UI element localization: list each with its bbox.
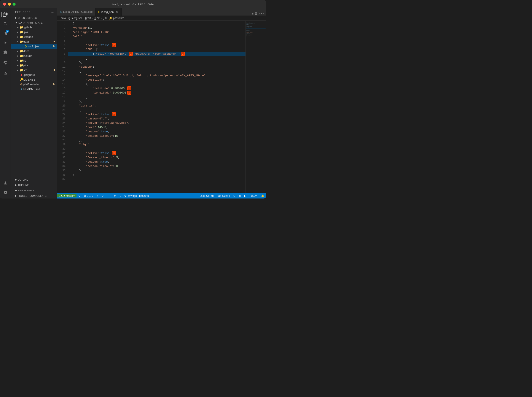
extensions-icon[interactable] bbox=[1, 48, 10, 56]
tab-bar-actions[interactable]: ⊞ ☰ ··· bbox=[251, 12, 264, 16]
breadcrumb-data[interactable]: data bbox=[61, 17, 66, 20]
status-home[interactable]: ⌂ bbox=[95, 194, 100, 198]
status-line-ending[interactable]: LF bbox=[243, 194, 249, 198]
status-download[interactable]: ↓ bbox=[118, 194, 123, 198]
run-icon[interactable] bbox=[1, 38, 10, 47]
more-options-icon[interactable]: ··· bbox=[51, 10, 55, 14]
rss-icon[interactable] bbox=[1, 69, 10, 77]
tree-item-label: data bbox=[23, 40, 54, 43]
settings-icon[interactable] bbox=[1, 188, 10, 197]
status-trash[interactable]: 🗑 bbox=[112, 194, 118, 198]
annotation-badge-2: 2 bbox=[112, 43, 116, 47]
split-editor-icon[interactable]: ⊞ bbox=[251, 12, 253, 16]
sync-icon: ↻ bbox=[78, 194, 80, 198]
sidebar-section-open-editors[interactable]: ▶ OPEN EDITORS bbox=[11, 15, 57, 20]
explorer-icon[interactable] bbox=[1, 10, 10, 19]
code-line: { bbox=[68, 82, 245, 87]
tree-item-pio[interactable]: ▶ 📁 .pio bbox=[11, 30, 57, 34]
tree-item-readme[interactable]: ℹ README.md bbox=[11, 87, 57, 91]
tree-item-src[interactable]: ▶ 📁 src bbox=[11, 68, 57, 72]
check-icon: ✓ bbox=[102, 194, 104, 198]
sidebar-section-outline[interactable]: ▶ OUTLINE bbox=[11, 177, 57, 182]
sidebar-section-timeline[interactable]: ▶ TIMELINE bbox=[11, 182, 57, 188]
source-control-icon[interactable]: 4 bbox=[1, 29, 10, 37]
tree-item-github[interactable]: ▶ 📁 .github bbox=[11, 25, 57, 30]
breadcrumb-ap[interactable]: [ ] AP bbox=[94, 17, 100, 20]
tree-item-is-cfg-json[interactable]: {} is-cfg.json M bbox=[11, 44, 57, 49]
code-line: "version":1, bbox=[68, 26, 245, 30]
tree-item-vscode[interactable]: ▶ 📁 .vscode bbox=[11, 34, 57, 39]
breadcrumb-password[interactable]: 🔑 password bbox=[109, 17, 124, 20]
tree-item-license[interactable]: 🔑 LICENSE bbox=[11, 77, 57, 82]
info-file-icon: ℹ bbox=[19, 87, 23, 91]
code-line: "beacon_timeout":30 bbox=[68, 164, 245, 168]
sidebar-header: EXPLORER ··· bbox=[11, 8, 57, 15]
tab-lora-cpp[interactable]: ◇ LoRa_APRS_iGate.cpp bbox=[57, 8, 95, 16]
collapse-icon: ▶ bbox=[16, 35, 19, 38]
code-line: "forward_timeout":5, bbox=[68, 155, 245, 160]
minimize-button[interactable] bbox=[8, 3, 11, 6]
breadcrumb-0[interactable]: {} 0 bbox=[103, 17, 106, 20]
code-line: "beacon":true, bbox=[68, 130, 245, 134]
tree-item-gitignore[interactable]: ◆ .gitignore bbox=[11, 72, 57, 77]
more-actions-icon[interactable]: ··· bbox=[259, 12, 264, 16]
spacer bbox=[20, 44, 24, 48]
status-position[interactable]: Ln 8, Col 58 bbox=[198, 194, 215, 198]
status-sync[interactable]: ↻ bbox=[76, 194, 82, 198]
maximize-button[interactable] bbox=[13, 3, 16, 6]
tree-item-lib[interactable]: ▶ 📁 lib bbox=[11, 58, 57, 63]
tree-item-platformio[interactable]: ⚙ platformio.ini M bbox=[11, 82, 57, 87]
trash-icon: 🗑 bbox=[113, 194, 116, 198]
modified-dot bbox=[54, 69, 55, 71]
branch-name: ⎇ master* bbox=[62, 194, 75, 198]
status-tab-size[interactable]: Tab Size: 4 bbox=[215, 194, 232, 198]
code-line: { bbox=[68, 69, 245, 74]
tree-item-data[interactable]: ▼ 📂 data bbox=[11, 39, 57, 44]
folder-icon: 📁 bbox=[19, 35, 23, 39]
status-env[interactable]: ⚙ env:ttgo-t-beam-v1 bbox=[123, 194, 151, 198]
status-check[interactable]: ✓ bbox=[100, 194, 106, 198]
close-button[interactable] bbox=[3, 3, 6, 6]
tree-item-include[interactable]: ▶ 📁 include bbox=[11, 53, 57, 58]
sidebar-section-npm[interactable]: ▶ NPM SCRIPTS bbox=[11, 188, 57, 193]
folder-icon: 📁 bbox=[19, 59, 23, 62]
code-line: }, bbox=[68, 138, 245, 143]
toggle-panel-icon[interactable]: ☰ bbox=[255, 12, 257, 16]
sidebar: EXPLORER ··· ▶ OPEN EDITORS ▼ LORA_APRS_… bbox=[11, 8, 57, 198]
sidebar-section-project-components[interactable]: ▶ PROJECT COMPONENTS bbox=[11, 193, 57, 198]
sidebar-header-icons[interactable]: ··· bbox=[51, 10, 55, 14]
tab-label: is-cfg.json bbox=[101, 10, 114, 14]
env-icon: ⚙ bbox=[124, 194, 127, 198]
code-content[interactable]: { "version":1, "callsign":"NOCALL-10", "… bbox=[68, 21, 245, 193]
account-icon[interactable] bbox=[1, 179, 10, 187]
tab-is-cfg-json[interactable]: {} is-cfg.json × bbox=[95, 8, 122, 16]
status-language[interactable]: JSON bbox=[249, 194, 259, 198]
code-line bbox=[68, 177, 245, 181]
code-line: "latitude":0.000000, 1 bbox=[68, 87, 245, 91]
annotation-badge-2b: 2 bbox=[181, 52, 185, 56]
remote-icon[interactable] bbox=[1, 58, 10, 67]
search-icon[interactable] bbox=[1, 19, 10, 28]
status-notifications[interactable]: 🔔 bbox=[259, 194, 266, 198]
annotation-badge-1b: 1 bbox=[127, 91, 131, 95]
window-controls[interactable] bbox=[3, 3, 16, 6]
minimap[interactable]: { "version":1, "callsign":"NOCALL-10", "… bbox=[245, 21, 266, 193]
code-line: "beacon":true, bbox=[68, 160, 245, 164]
tab-close-icon[interactable]: × bbox=[115, 10, 119, 14]
status-errors[interactable]: ⊘ 0 △ 0 bbox=[82, 194, 95, 198]
tree-item-docs[interactable]: ▶ 📁 docs bbox=[11, 49, 57, 53]
status-left: ⎇ ⎇ master* ↻ ⊘ 0 △ 0 ⌂ ✓ bbox=[57, 194, 151, 198]
status-arrow[interactable]: → bbox=[106, 194, 112, 198]
code-editor: 12345 678910 1112131415 1617181920 21222… bbox=[57, 21, 266, 193]
modified-badge: M bbox=[53, 83, 55, 86]
expand-icon: ▼ bbox=[16, 40, 19, 43]
breadcrumb-file[interactable]: {} is-cfg.json bbox=[68, 17, 82, 20]
sidebar-section-project[interactable]: ▼ LORA_APRS_IGATE bbox=[11, 20, 57, 25]
status-branch[interactable]: ⎇ ⎇ master* bbox=[57, 194, 76, 198]
code-line: "longitude":0.000000 1 bbox=[68, 91, 245, 95]
status-bar: ⎇ ⎇ master* ↻ ⊘ 0 △ 0 ⌂ ✓ bbox=[57, 193, 266, 198]
tree-item-pics[interactable]: ▶ 📁 pics bbox=[11, 63, 57, 68]
code-line: "wifi": bbox=[68, 35, 245, 39]
breadcrumb-wifi[interactable]: {} wifi bbox=[85, 17, 91, 20]
status-encoding[interactable]: UTF-8 bbox=[232, 194, 243, 198]
